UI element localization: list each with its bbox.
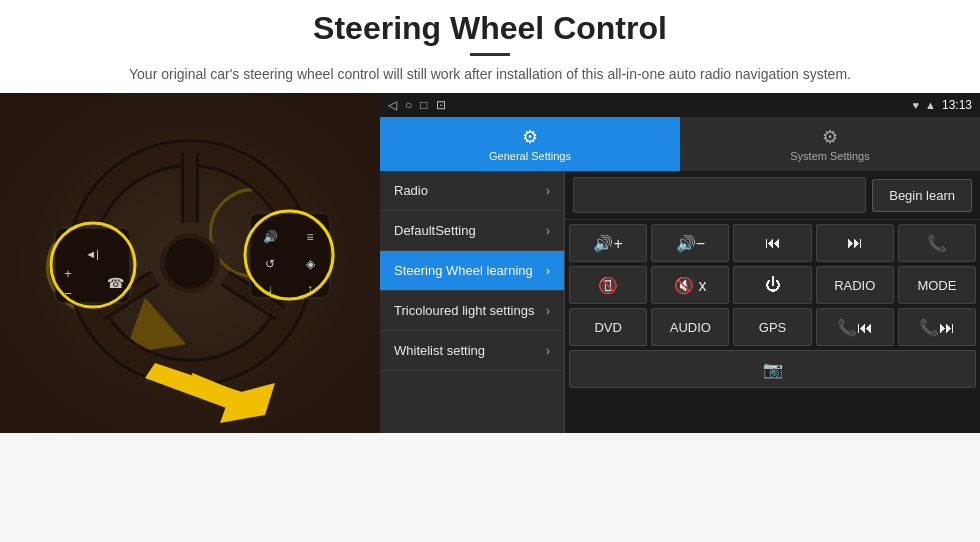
- svg-text:🔊: 🔊: [263, 229, 278, 244]
- menu-item-whitelist-label: Whitelist setting: [394, 343, 546, 358]
- menu-item-steering[interactable]: Steering Wheel learning ›: [380, 251, 564, 291]
- clock: 13:13: [942, 98, 972, 112]
- bottom-section: ◄| + − ☎ 🔊 ≡ ↺ ◈ ↓ ↑: [0, 93, 980, 433]
- tab-general-settings[interactable]: ⚙ General Settings: [380, 117, 680, 171]
- menu-item-whitelist[interactable]: Whitelist setting ›: [380, 331, 564, 371]
- learn-input-box: [573, 177, 866, 213]
- status-bar-nav: ◁ ○ □ ⊡: [388, 98, 446, 112]
- menu-item-defaultsetting[interactable]: DefaultSetting ›: [380, 211, 564, 251]
- control-row-2: 📵 🔇 x ⏻ RADIO MODE: [569, 266, 976, 304]
- tel-next-button[interactable]: 📞⏭: [898, 308, 976, 346]
- back-icon[interactable]: ◁: [388, 98, 397, 112]
- hangup-button[interactable]: 📵: [569, 266, 647, 304]
- controls-grid: 🔊+ 🔊− ⏮ ⏭ 📞 📵 🔇 x ⏻ RADIO MODE: [565, 220, 980, 433]
- recent-icon[interactable]: □: [420, 98, 427, 112]
- svg-text:☎: ☎: [107, 275, 124, 291]
- menu-item-radio[interactable]: Radio ›: [380, 171, 564, 211]
- svg-rect-16: [250, 213, 330, 298]
- steering-bg: ◄| + − ☎ 🔊 ≡ ↺ ◈ ↓ ↑: [0, 93, 380, 433]
- control-row-4: 📷: [569, 350, 976, 388]
- general-settings-icon: ⚙: [522, 126, 538, 148]
- chevron-icon-default: ›: [546, 224, 550, 238]
- steering-wheel-image: ◄| + − ☎ 🔊 ≡ ↺ ◈ ↓ ↑: [0, 93, 380, 433]
- next-track-button[interactable]: ⏭: [816, 224, 894, 262]
- wifi-icon: ♥: [913, 99, 920, 111]
- mute-button[interactable]: 🔇 x: [651, 266, 729, 304]
- menu-item-tricoloured-label: Tricoloured light settings: [394, 303, 546, 318]
- control-row-3: DVD AUDIO GPS 📞⏮ 📞⏭: [569, 308, 976, 346]
- vol-up-button[interactable]: 🔊+: [569, 224, 647, 262]
- screenshot-icon[interactable]: ⊡: [436, 98, 446, 112]
- tab-system-label: System Settings: [790, 150, 869, 162]
- begin-learn-row: Begin learn: [565, 171, 980, 220]
- svg-text:↺: ↺: [265, 257, 275, 271]
- page-title: Steering Wheel Control: [40, 10, 940, 47]
- android-ui: ◁ ○ □ ⊡ ♥ ▲ 13:13 ⚙ General Settings ⚙ S…: [380, 93, 980, 433]
- svg-text:◄|: ◄|: [85, 248, 99, 260]
- status-bar: ◁ ○ □ ⊡ ♥ ▲ 13:13: [380, 93, 980, 117]
- steering-wheel-svg: ◄| + − ☎ 🔊 ≡ ↺ ◈ ↓ ↑: [0, 93, 380, 433]
- svg-text:≡: ≡: [306, 230, 313, 244]
- signal-icon: ▲: [925, 99, 936, 111]
- power-button[interactable]: ⏻: [733, 266, 811, 304]
- chevron-icon-radio: ›: [546, 184, 550, 198]
- menu-item-defaultsetting-label: DefaultSetting: [394, 223, 546, 238]
- page-subtitle: Your original car's steering wheel contr…: [40, 64, 940, 85]
- top-section: Steering Wheel Control Your original car…: [0, 0, 980, 93]
- chevron-icon-steering: ›: [546, 264, 550, 278]
- menu-item-tricoloured[interactable]: Tricoloured light settings ›: [380, 291, 564, 331]
- menu-list: Radio › DefaultSetting › Steering Wheel …: [380, 171, 565, 433]
- home-icon[interactable]: ○: [405, 98, 412, 112]
- system-settings-icon: ⚙: [822, 126, 838, 148]
- svg-text:+: +: [64, 266, 72, 281]
- mode-button[interactable]: MODE: [898, 266, 976, 304]
- svg-point-10: [165, 238, 215, 288]
- chevron-icon-tricoloured: ›: [546, 304, 550, 318]
- radio-button[interactable]: RADIO: [816, 266, 894, 304]
- media-button[interactable]: 📷: [569, 350, 976, 388]
- tel-prev-button[interactable]: 📞⏮: [816, 308, 894, 346]
- control-row-1: 🔊+ 🔊− ⏮ ⏭ 📞: [569, 224, 976, 262]
- title-divider: [470, 53, 510, 56]
- audio-button[interactable]: AUDIO: [651, 308, 729, 346]
- dvd-button[interactable]: DVD: [569, 308, 647, 346]
- vol-down-button[interactable]: 🔊−: [651, 224, 729, 262]
- tab-general-label: General Settings: [489, 150, 571, 162]
- gps-button[interactable]: GPS: [733, 308, 811, 346]
- svg-text:◈: ◈: [306, 257, 316, 271]
- menu-item-radio-label: Radio: [394, 183, 546, 198]
- right-panel: Begin learn 🔊+ 🔊− ⏮ ⏭ 📞 📵 �: [565, 171, 980, 433]
- status-bar-right: ♥ ▲ 13:13: [913, 98, 972, 112]
- content-area: Radio › DefaultSetting › Steering Wheel …: [380, 171, 980, 433]
- phone-button[interactable]: 📞: [898, 224, 976, 262]
- menu-item-steering-label: Steering Wheel learning: [394, 263, 546, 278]
- tab-bar: ⚙ General Settings ⚙ System Settings: [380, 117, 980, 171]
- begin-learn-button[interactable]: Begin learn: [872, 179, 972, 212]
- chevron-icon-whitelist: ›: [546, 344, 550, 358]
- prev-track-button[interactable]: ⏮: [733, 224, 811, 262]
- tab-system-settings[interactable]: ⚙ System Settings: [680, 117, 980, 171]
